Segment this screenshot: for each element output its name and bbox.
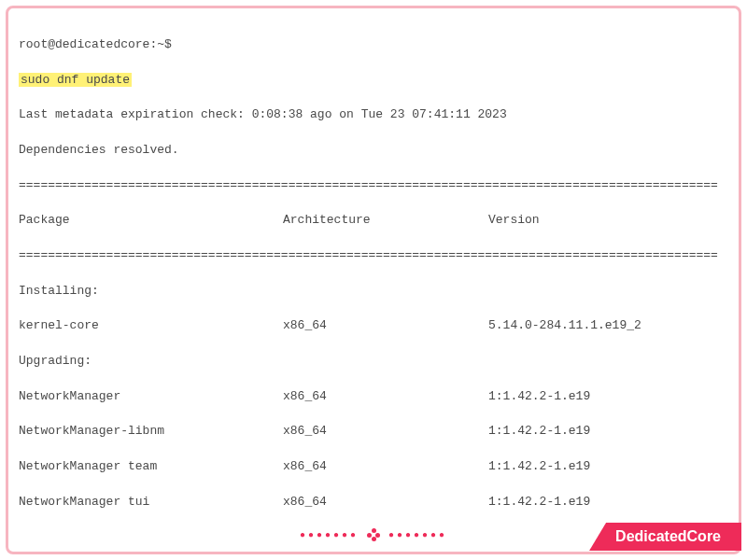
table-row: kernel-corex86_645.14.0-284.11.1.e19_2 bbox=[19, 317, 728, 335]
command-line: sudo dnf update bbox=[19, 72, 728, 90]
pkg-arch: x86_64 bbox=[283, 458, 488, 476]
pkg-name: NetworkManager team bbox=[19, 458, 283, 476]
pkg-version: 1:1.42.2-1.e19 bbox=[488, 388, 728, 406]
pkg-name: NetworkManager tui bbox=[19, 494, 283, 511]
pkg-version: 1:1.42.2-1.e19 bbox=[488, 458, 728, 476]
pkg-name: NetworkManager-libnm bbox=[19, 423, 283, 441]
pkg-arch: x86_64 bbox=[283, 317, 488, 335]
pkg-name: NetworkManager bbox=[19, 388, 283, 406]
pkg-arch: x86_64 bbox=[283, 388, 488, 406]
table-row: NetworkManager teamx86_641:1.42.2-1.e19 bbox=[19, 458, 728, 476]
pkg-arch: x86_64 bbox=[283, 423, 488, 441]
table-row: NetworkManager-libnmx86_641:1.42.2-1.e19 bbox=[19, 423, 728, 441]
pkg-name: kernel-core bbox=[19, 317, 283, 335]
separator-top: ========================================… bbox=[19, 177, 728, 195]
command-text: sudo dnf update bbox=[19, 73, 132, 87]
dots-left-icon: ●●●●●●● bbox=[300, 530, 359, 540]
table-row: NetworkManager tuix86_641:1.42.2-1.e19 bbox=[19, 494, 728, 511]
header-version: Version bbox=[488, 212, 728, 230]
dots-right-icon: ●●●●●●● bbox=[388, 530, 447, 540]
header-package: Package bbox=[19, 212, 283, 230]
installing-label: Installing: bbox=[19, 283, 728, 301]
brand-badge: DedicatedCore bbox=[589, 523, 741, 551]
pkg-arch: x86_64 bbox=[283, 494, 488, 511]
deps-resolved-line: Dependencies resolved. bbox=[19, 142, 728, 160]
shell-prompt: root@dedicatedcore:~$ bbox=[19, 37, 172, 51]
table-row: NetworkManagerx86_641:1.42.2-1.e19 bbox=[19, 388, 728, 406]
pkg-version: 1:1.42.2-1.e19 bbox=[488, 423, 728, 441]
pkg-version: 1:1.42.2-1.e19 bbox=[488, 494, 728, 511]
diamond-icon bbox=[367, 528, 380, 541]
terminal-output: root@dedicatedcore:~$ sudo dnf update La… bbox=[19, 19, 728, 513]
dots-decoration: ●●●●●●● ●●●●●●● bbox=[300, 528, 447, 541]
header-row: PackageArchitectureVersion bbox=[19, 212, 728, 230]
separator-bottom: ========================================… bbox=[19, 247, 728, 265]
upgrading-label: Upgrading: bbox=[19, 353, 728, 371]
metadata-line: Last metadata expiration check: 0:08:38 … bbox=[19, 106, 728, 124]
header-architecture: Architecture bbox=[283, 212, 488, 230]
pkg-version: 5.14.0-284.11.1.e19_2 bbox=[488, 317, 728, 335]
prompt-line: root@dedicatedcore:~$ bbox=[19, 36, 728, 54]
